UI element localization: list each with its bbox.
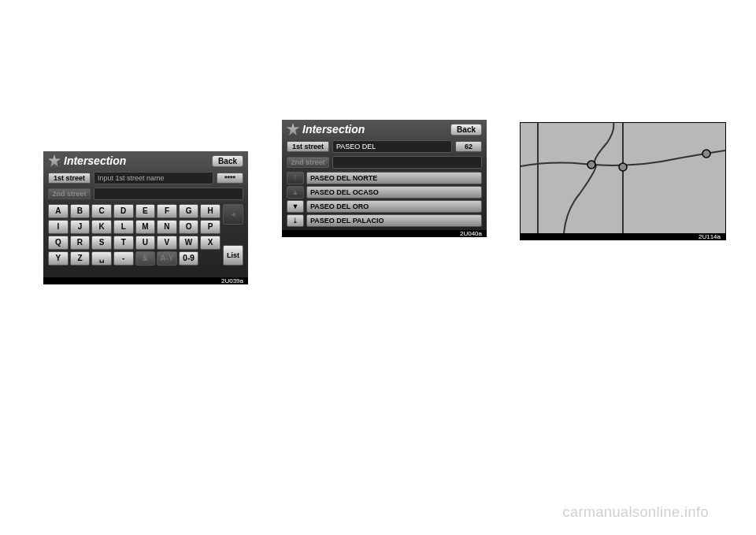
second-street-label: 2nd street (48, 188, 91, 199)
list-button[interactable]: List (223, 245, 243, 266)
compass-icon (48, 154, 61, 167)
intersection-point (702, 150, 710, 158)
key-m[interactable]: M (135, 220, 156, 234)
first-street-input[interactable]: Input 1st street name (94, 172, 213, 184)
key-p[interactable]: P (200, 220, 220, 234)
list-item[interactable]: PASEO DEL PALACIO (306, 214, 482, 227)
screen2-body: Intersection Back 1st street PASEO DEL 6… (282, 120, 487, 230)
image-ref-label: 2U114a (521, 233, 725, 240)
screen1-title: Intersection (64, 154, 126, 167)
key-l[interactable]: L (113, 220, 134, 234)
first-street-label[interactable]: 1st street (287, 141, 329, 152)
key-u[interactable]: U (135, 236, 156, 250)
key-f[interactable]: F (157, 204, 177, 218)
intersection-point (587, 161, 595, 169)
key--[interactable]: - (113, 251, 134, 266)
image-ref-label: 2U039a (43, 277, 248, 284)
header-title-group: Intersection (287, 123, 365, 136)
watermark: carmanualsonline.info (562, 504, 709, 521)
key-v[interactable]: V (157, 236, 177, 250)
key-y[interactable]: Y (48, 251, 69, 266)
nav-button[interactable]: ▲ (287, 186, 304, 199)
second-street-label: 2nd street (287, 157, 329, 168)
field-row-1: 1st street Input 1st street name **** (43, 170, 248, 186)
results-list: PASEO DEL NORTEPASEO DEL OCASOPASEO DEL … (306, 172, 482, 227)
second-street-input (94, 188, 243, 200)
key-k[interactable]: K (91, 220, 112, 234)
screen2-header: Intersection Back (282, 120, 487, 139)
key-e[interactable]: E (135, 204, 156, 218)
screen1-body: Intersection Back 1st street Input 1st s… (43, 151, 248, 277)
field-row-2: 2nd street (282, 154, 487, 170)
key-&[interactable]: & (135, 251, 156, 266)
compass-icon (287, 123, 299, 136)
key-t[interactable]: T (113, 236, 134, 250)
field-row-1: 1st street PASEO DEL 62 (282, 139, 487, 154)
nav-button[interactable]: ⤒ (287, 172, 304, 184)
intersection-point (619, 163, 627, 171)
list-nav-col: ⤒▲▼⤓ (287, 172, 304, 227)
match-count: 62 (455, 141, 482, 152)
intersection-map-svg (521, 123, 725, 233)
intersection-list-screen: Intersection Back 1st street PASEO DEL 6… (282, 120, 487, 236)
match-count: **** (217, 173, 243, 184)
nav-button[interactable]: ⤓ (287, 214, 304, 227)
key-a-y[interactable]: A-Y (157, 251, 177, 266)
key-j[interactable]: J (70, 220, 91, 234)
back-button[interactable]: Back (212, 155, 243, 167)
back-button[interactable]: Back (450, 124, 482, 136)
keyboard-grid: ABCDEFGHIJKLMNOPQRSTUVWXYZ␣-&A-Y0-9 (48, 204, 220, 266)
key-0-9[interactable]: 0-9 (179, 251, 199, 266)
key-c[interactable]: C (91, 204, 112, 218)
image-ref-label: 2U040a (282, 230, 487, 237)
key-x[interactable]: X (200, 236, 220, 250)
key-d[interactable]: D (113, 204, 134, 218)
key-b[interactable]: B (70, 204, 91, 218)
delete-button[interactable]: ◄ (223, 204, 243, 225)
list-item[interactable]: PASEO DEL NORTE (306, 172, 482, 184)
keyboard-side-col: ◄ List (223, 204, 243, 266)
key-a[interactable]: A (48, 204, 69, 218)
list-item[interactable]: PASEO DEL OCASO (306, 186, 482, 199)
key-g[interactable]: G (179, 204, 199, 218)
key-w[interactable]: W (179, 236, 199, 250)
key-i[interactable]: I (48, 220, 69, 234)
map-diagram: 2U114a (520, 122, 726, 240)
second-street-input (332, 156, 482, 169)
list-area: ⤒▲▼⤓ PASEO DEL NORTEPASEO DEL OCASOPASEO… (282, 170, 487, 228)
field-row-2: 2nd street (43, 186, 248, 202)
header-title-group: Intersection (48, 154, 126, 167)
key-z[interactable]: Z (70, 251, 91, 266)
key-q[interactable]: Q (48, 236, 69, 250)
key-h[interactable]: H (200, 204, 220, 218)
key-o[interactable]: O (179, 220, 199, 234)
key-n[interactable]: N (157, 220, 177, 234)
intersection-keyboard-screen: Intersection Back 1st street Input 1st s… (43, 151, 248, 284)
keyboard-area: ABCDEFGHIJKLMNOPQRSTUVWXYZ␣-&A-Y0-9 ◄ Li… (43, 202, 248, 268)
key-s[interactable]: S (91, 236, 112, 250)
nav-button[interactable]: ▼ (287, 200, 304, 213)
screen1-header: Intersection Back (43, 151, 248, 170)
first-street-label[interactable]: 1st street (48, 173, 91, 184)
key-r[interactable]: R (70, 236, 91, 250)
key-␣[interactable]: ␣ (91, 251, 112, 266)
list-item[interactable]: PASEO DEL ORO (306, 200, 482, 213)
first-street-value[interactable]: PASEO DEL (332, 140, 452, 153)
screen2-title: Intersection (302, 123, 365, 136)
